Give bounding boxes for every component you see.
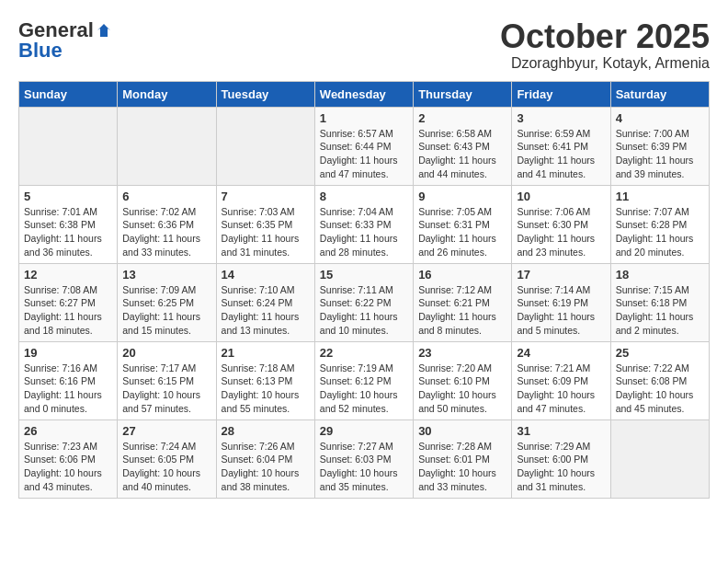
logo-blue: Blue — [18, 39, 63, 63]
day-info: Sunrise: 7:14 AMSunset: 6:19 PMDaylight:… — [517, 283, 605, 338]
day-info: Sunrise: 7:06 AMSunset: 6:30 PMDaylight:… — [517, 205, 605, 259]
day-number: 23 — [418, 346, 506, 360]
weekday-header-sunday: Sunday — [19, 81, 118, 107]
calendar-cell: 20Sunrise: 7:17 AMSunset: 6:15 PMDayligh… — [118, 341, 216, 419]
day-number: 18 — [616, 268, 704, 282]
day-number: 10 — [517, 190, 605, 203]
day-number: 13 — [122, 268, 210, 282]
weekday-header-row: SundayMondayTuesdayWednesdayThursdayFrid… — [19, 81, 710, 107]
day-number: 15 — [320, 268, 408, 282]
day-number: 1 — [320, 111, 408, 125]
calendar-cell — [19, 107, 118, 185]
day-info: Sunrise: 7:16 AMSunset: 6:16 PMDaylight:… — [24, 362, 112, 416]
day-number: 30 — [418, 424, 506, 438]
svg-marker-0 — [97, 24, 110, 37]
day-number: 26 — [24, 424, 112, 438]
calendar-cell: 19Sunrise: 7:16 AMSunset: 6:16 PMDayligh… — [19, 341, 118, 419]
calendar-cell: 3Sunrise: 6:59 AMSunset: 6:41 PMDaylight… — [512, 107, 610, 185]
calendar-week-5: 26Sunrise: 7:23 AMSunset: 6:06 PMDayligh… — [19, 419, 710, 498]
calendar-cell: 22Sunrise: 7:19 AMSunset: 6:12 PMDayligh… — [314, 341, 413, 419]
day-info: Sunrise: 6:57 AMSunset: 6:44 PMDaylight:… — [320, 127, 408, 181]
month-title: October 2025 — [500, 18, 710, 55]
calendar-cell: 14Sunrise: 7:10 AMSunset: 6:24 PMDayligh… — [216, 263, 314, 341]
title-block: October 2025 Dzoraghbyur, Kotayk, Armeni… — [500, 18, 710, 72]
calendar-cell — [216, 107, 314, 185]
day-number: 4 — [616, 111, 704, 125]
day-number: 14 — [222, 268, 310, 282]
calendar-week-2: 5Sunrise: 7:01 AMSunset: 6:38 PMDaylight… — [19, 185, 710, 263]
day-info: Sunrise: 7:12 AMSunset: 6:21 PMDaylight:… — [418, 283, 506, 338]
day-number: 28 — [222, 424, 310, 438]
day-info: Sunrise: 7:04 AMSunset: 6:33 PMDaylight:… — [320, 205, 408, 259]
day-number: 31 — [517, 424, 605, 438]
day-info: Sunrise: 7:15 AMSunset: 6:18 PMDaylight:… — [616, 283, 704, 338]
day-number: 22 — [320, 346, 408, 360]
day-number: 5 — [24, 190, 112, 203]
calendar-cell: 5Sunrise: 7:01 AMSunset: 6:38 PMDaylight… — [19, 185, 118, 263]
day-number: 3 — [517, 111, 605, 125]
day-info: Sunrise: 7:28 AMSunset: 6:01 PMDaylight:… — [418, 440, 506, 494]
calendar-table: SundayMondayTuesdayWednesdayThursdayFrid… — [18, 81, 710, 499]
day-info: Sunrise: 7:07 AMSunset: 6:28 PMDaylight:… — [616, 205, 704, 259]
day-info: Sunrise: 7:18 AMSunset: 6:13 PMDaylight:… — [222, 362, 310, 416]
calendar-cell: 30Sunrise: 7:28 AMSunset: 6:01 PMDayligh… — [414, 419, 512, 498]
calendar-week-1: 1Sunrise: 6:57 AMSunset: 6:44 PMDaylight… — [19, 107, 710, 185]
calendar-cell: 21Sunrise: 7:18 AMSunset: 6:13 PMDayligh… — [216, 341, 314, 419]
day-number: 29 — [320, 424, 408, 438]
day-info: Sunrise: 7:17 AMSunset: 6:15 PMDaylight:… — [122, 362, 210, 416]
day-info: Sunrise: 7:08 AMSunset: 6:27 PMDaylight:… — [24, 283, 112, 338]
calendar-cell: 4Sunrise: 7:00 AMSunset: 6:39 PMDaylight… — [610, 107, 709, 185]
calendar-cell: 11Sunrise: 7:07 AMSunset: 6:28 PMDayligh… — [610, 185, 709, 263]
logo-bird-icon — [96, 22, 112, 39]
weekday-header-friday: Friday — [512, 81, 610, 107]
day-number: 11 — [616, 190, 704, 203]
day-info: Sunrise: 7:23 AMSunset: 6:06 PMDaylight:… — [24, 440, 112, 494]
day-info: Sunrise: 7:27 AMSunset: 6:03 PMDaylight:… — [320, 440, 408, 494]
calendar-cell — [118, 107, 216, 185]
calendar-cell: 1Sunrise: 6:57 AMSunset: 6:44 PMDaylight… — [314, 107, 413, 185]
calendar-week-3: 12Sunrise: 7:08 AMSunset: 6:27 PMDayligh… — [19, 263, 710, 341]
day-number: 24 — [517, 346, 605, 360]
day-info: Sunrise: 7:29 AMSunset: 6:00 PMDaylight:… — [517, 440, 605, 494]
calendar-cell: 13Sunrise: 7:09 AMSunset: 6:25 PMDayligh… — [118, 263, 216, 341]
day-number: 8 — [320, 190, 408, 203]
calendar-body: 1Sunrise: 6:57 AMSunset: 6:44 PMDaylight… — [19, 107, 710, 498]
day-number: 17 — [517, 268, 605, 282]
calendar-cell: 24Sunrise: 7:21 AMSunset: 6:09 PMDayligh… — [512, 341, 610, 419]
day-number: 20 — [122, 346, 210, 360]
location: Dzoraghbyur, Kotayk, Armenia — [500, 55, 710, 72]
calendar-cell: 31Sunrise: 7:29 AMSunset: 6:00 PMDayligh… — [512, 419, 610, 498]
day-number: 21 — [222, 346, 310, 360]
logo: General Blue — [18, 18, 112, 63]
calendar-cell: 7Sunrise: 7:03 AMSunset: 6:35 PMDaylight… — [216, 185, 314, 263]
day-info: Sunrise: 7:19 AMSunset: 6:12 PMDaylight:… — [320, 362, 408, 416]
day-number: 27 — [122, 424, 210, 438]
calendar-cell: 15Sunrise: 7:11 AMSunset: 6:22 PMDayligh… — [314, 263, 413, 341]
weekday-header-thursday: Thursday — [414, 81, 512, 107]
weekday-header-wednesday: Wednesday — [314, 81, 413, 107]
calendar-cell: 16Sunrise: 7:12 AMSunset: 6:21 PMDayligh… — [414, 263, 512, 341]
day-info: Sunrise: 7:09 AMSunset: 6:25 PMDaylight:… — [122, 283, 210, 338]
day-number: 9 — [418, 190, 506, 203]
calendar-cell: 25Sunrise: 7:22 AMSunset: 6:08 PMDayligh… — [610, 341, 709, 419]
calendar-cell: 8Sunrise: 7:04 AMSunset: 6:33 PMDaylight… — [314, 185, 413, 263]
day-info: Sunrise: 6:58 AMSunset: 6:43 PMDaylight:… — [418, 127, 506, 181]
day-number: 6 — [122, 190, 210, 203]
calendar-cell: 29Sunrise: 7:27 AMSunset: 6:03 PMDayligh… — [314, 419, 413, 498]
day-info: Sunrise: 7:21 AMSunset: 6:09 PMDaylight:… — [517, 362, 605, 416]
calendar-cell: 26Sunrise: 7:23 AMSunset: 6:06 PMDayligh… — [19, 419, 118, 498]
day-info: Sunrise: 7:01 AMSunset: 6:38 PMDaylight:… — [24, 205, 112, 259]
calendar-cell: 23Sunrise: 7:20 AMSunset: 6:10 PMDayligh… — [414, 341, 512, 419]
day-info: Sunrise: 7:11 AMSunset: 6:22 PMDaylight:… — [320, 283, 408, 338]
day-number: 2 — [418, 111, 506, 125]
weekday-header-tuesday: Tuesday — [216, 81, 314, 107]
day-number: 25 — [616, 346, 704, 360]
calendar-cell: 27Sunrise: 7:24 AMSunset: 6:05 PMDayligh… — [118, 419, 216, 498]
calendar-cell: 17Sunrise: 7:14 AMSunset: 6:19 PMDayligh… — [512, 263, 610, 341]
day-info: Sunrise: 7:03 AMSunset: 6:35 PMDaylight:… — [222, 205, 310, 259]
day-info: Sunrise: 7:05 AMSunset: 6:31 PMDaylight:… — [418, 205, 506, 259]
day-info: Sunrise: 7:20 AMSunset: 6:10 PMDaylight:… — [418, 362, 506, 416]
calendar-week-4: 19Sunrise: 7:16 AMSunset: 6:16 PMDayligh… — [19, 341, 710, 419]
calendar-cell: 10Sunrise: 7:06 AMSunset: 6:30 PMDayligh… — [512, 185, 610, 263]
calendar-cell: 2Sunrise: 6:58 AMSunset: 6:43 PMDaylight… — [414, 107, 512, 185]
